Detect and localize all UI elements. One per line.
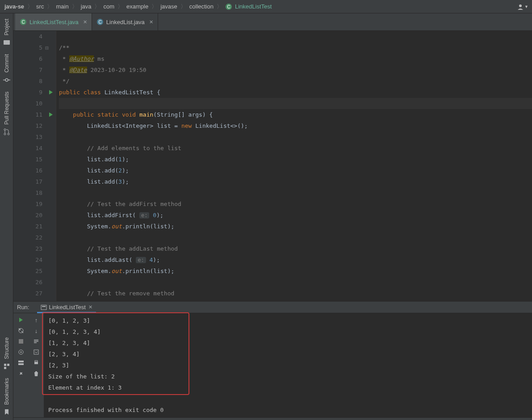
crumb-item[interactable]: javase: [160, 3, 177, 10]
svg-rect-23: [18, 361, 24, 362]
code-line[interactable]: public static void main(String[] args) {: [59, 109, 532, 120]
code-line[interactable]: list.add(2);: [59, 165, 532, 176]
crumb-item[interactable]: main: [56, 3, 68, 10]
code-line[interactable]: System.out.println(list);: [59, 265, 532, 277]
crumb-item[interactable]: example: [126, 3, 148, 10]
crumb-item[interactable]: src: [36, 3, 44, 10]
code-line[interactable]: [59, 277, 532, 288]
svg-rect-17: [41, 305, 46, 310]
gutter-line[interactable]: 9: [13, 87, 56, 98]
code-line[interactable]: list.addLast( e: 4);: [59, 254, 532, 265]
gutter-line[interactable]: 4: [13, 31, 56, 42]
gutter-line[interactable]: 21: [13, 221, 56, 232]
code-line[interactable]: * @Author ms: [59, 53, 532, 64]
code-line[interactable]: * @Date 2023-10-20 19:50: [59, 64, 532, 76]
code-line[interactable]: // Add elements to the list: [59, 143, 532, 154]
settings-icon[interactable]: [17, 327, 25, 335]
code-line[interactable]: list.add(1);: [59, 154, 532, 165]
code-line[interactable]: // Test the addFirst method: [59, 198, 532, 210]
gutter-line[interactable]: 20: [13, 210, 56, 221]
svg-point-7: [4, 129, 6, 130]
gutter-line[interactable]: 6: [13, 53, 56, 64]
gutter-line[interactable]: 27: [13, 288, 56, 299]
fold-indicator-icon[interactable]: ⊟: [45, 44, 49, 51]
code-line[interactable]: [59, 232, 532, 243]
code-line[interactable]: [59, 98, 532, 109]
code-line[interactable]: list.add(3);: [59, 176, 532, 187]
code-line[interactable]: System.out.println(list);: [59, 221, 532, 232]
console-output[interactable]: [0, 1, 2, 3][0, 1, 2, 3, 4][1, 2, 3, 4][…: [44, 313, 532, 417]
project-tool-button[interactable]: Project: [3, 17, 10, 46]
structure-tool-button[interactable]: Structure: [3, 336, 10, 370]
gutter-line[interactable]: 10: [13, 98, 56, 109]
print-icon[interactable]: [32, 359, 40, 367]
gutter-line[interactable]: 24: [13, 254, 56, 265]
rerun-icon[interactable]: [17, 316, 25, 324]
gutter-line[interactable]: 8: [13, 76, 56, 87]
gutter-line[interactable]: 5⊟: [13, 42, 56, 53]
gutter-line[interactable]: 26: [13, 277, 56, 288]
stop-icon[interactable]: [17, 337, 25, 345]
gutter-line[interactable]: 25: [13, 265, 56, 277]
gutter-line[interactable]: 22: [13, 232, 56, 243]
gutter-line[interactable]: 14: [13, 143, 56, 154]
run-config-name[interactable]: LinkedListTest: [49, 304, 85, 311]
commit-tool-button[interactable]: Commit: [3, 52, 10, 83]
gutter-line[interactable]: 12: [13, 120, 56, 131]
run-gutter-icon[interactable]: [49, 111, 53, 118]
svg-text:C: C: [98, 20, 101, 25]
close-icon[interactable]: ✕: [149, 19, 153, 25]
crumb-class[interactable]: LinkedListTest: [235, 3, 272, 10]
breadcrumbs: java-se 〉 src 〉 main 〉 java 〉 com 〉 exam…: [4, 3, 272, 11]
structure-icon: [3, 363, 10, 370]
run-toolbar-console: ↑ ↓: [29, 313, 44, 417]
tab-linkedlisttest[interactable]: C LinkedListTest.java ✕: [15, 13, 92, 30]
tab-label: LinkedList.java: [106, 19, 145, 25]
clear-icon[interactable]: [32, 370, 40, 378]
gutter-line[interactable]: 23: [13, 243, 56, 254]
gutter-line[interactable]: 15: [13, 154, 56, 165]
code-editor[interactable]: 45⊟6789101112131415161718192021222324252…: [13, 31, 532, 301]
code-line[interactable]: [59, 31, 532, 42]
pin-icon[interactable]: [17, 370, 25, 378]
close-icon[interactable]: ✕: [83, 19, 87, 25]
code-line[interactable]: // Test the remove method: [59, 288, 532, 299]
code-line[interactable]: /**: [59, 42, 532, 53]
code-line[interactable]: */: [59, 76, 532, 87]
soft-wrap-icon[interactable]: [32, 337, 40, 345]
crumb-item[interactable]: com: [103, 3, 114, 10]
scroll-to-end-icon[interactable]: [32, 348, 40, 356]
svg-rect-12: [4, 367, 6, 369]
pull-requests-tool-button[interactable]: Pull Requests: [3, 90, 10, 135]
tab-linkedlist[interactable]: C LinkedList.java ✕: [92, 13, 158, 30]
code-line[interactable]: // Test the addLast method: [59, 243, 532, 254]
code-line[interactable]: public class LinkedListTest {: [59, 87, 532, 98]
code-line[interactable]: [59, 187, 532, 198]
editor-code-area[interactable]: /** * @Author ms * @Date 2023-10-20 19:5…: [56, 31, 532, 301]
down-icon[interactable]: ↓: [32, 327, 40, 335]
run-gutter-icon[interactable]: [49, 89, 53, 96]
user-menu-icon[interactable]: ▼: [517, 4, 528, 10]
code-line[interactable]: LinkedList<Integer> list = new LinkedLis…: [59, 120, 532, 131]
gutter-line[interactable]: 17: [13, 176, 56, 187]
dump-threads-icon[interactable]: [17, 348, 25, 356]
bookmarks-tool-button[interactable]: Bookmarks: [3, 376, 10, 416]
up-icon[interactable]: ↑: [32, 316, 40, 324]
code-line[interactable]: [59, 131, 532, 143]
svg-point-9: [8, 133, 9, 135]
crumb-project[interactable]: java-se: [4, 3, 24, 10]
gutter-line[interactable]: 13: [13, 131, 56, 143]
editor-gutter[interactable]: 45⊟6789101112131415161718192021222324252…: [13, 31, 56, 301]
gutter-line[interactable]: 11: [13, 109, 56, 120]
code-line[interactable]: list.addFirst( e: 0);: [59, 210, 532, 221]
layout-icon[interactable]: [17, 359, 25, 367]
crumb-item[interactable]: java: [81, 3, 92, 10]
gutter-line[interactable]: 19: [13, 198, 56, 210]
svg-rect-27: [35, 361, 38, 362]
gutter-line[interactable]: 16: [13, 165, 56, 176]
crumb-item[interactable]: collection: [189, 3, 214, 10]
gutter-line[interactable]: 7: [13, 64, 56, 76]
close-icon[interactable]: ✕: [88, 304, 92, 310]
status-bar: [13, 417, 532, 420]
gutter-line[interactable]: 18: [13, 187, 56, 198]
